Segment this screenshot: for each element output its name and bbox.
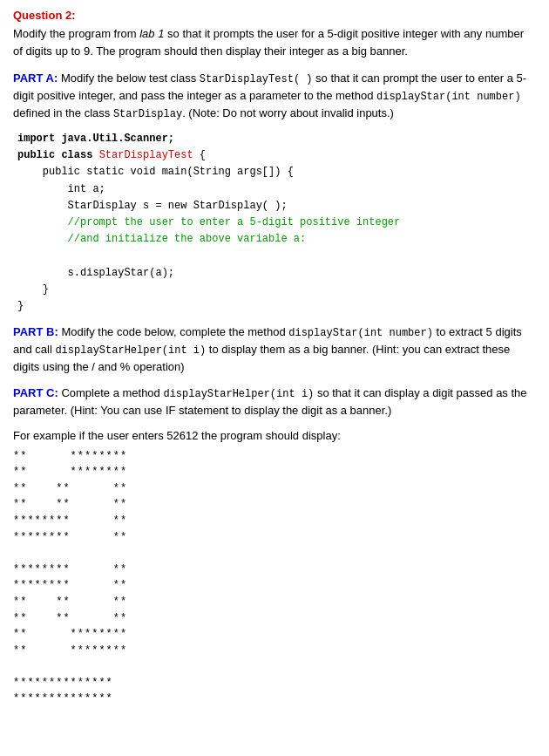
- part-b-block: PART B: Modify the code below, complete …: [13, 324, 536, 376]
- question-body: Modify the program from lab 1 so that it…: [13, 25, 536, 59]
- part-c-method: displayStarHelper(int i): [163, 388, 314, 400]
- part-c-label: PART C:: [13, 386, 58, 399]
- class2-inline: StarDisplay: [113, 108, 182, 120]
- part-a-label: PART A:: [13, 72, 58, 85]
- example-section: For example if the user enters 52612 the…: [13, 427, 536, 707]
- lab-italic: lab 1: [139, 27, 164, 40]
- part-a-block: PART A: Modify the below test class Star…: [13, 70, 536, 122]
- part-b-method2: displayStarHelper(int i): [55, 344, 206, 357]
- question-title: Question 2:: [13, 9, 536, 22]
- banner-display: ** ******** ** ******** ** ** ** ** ** *…: [13, 448, 536, 708]
- example-intro: For example if the user enters 52612 the…: [13, 427, 536, 445]
- class-name-inline: StarDisplayTest( ): [200, 73, 313, 85]
- part-b-method: displayStar(int number): [288, 327, 433, 339]
- part-c-block: PART C: Complete a method displayStarHel…: [13, 385, 536, 419]
- method1-inline: displayStar(int number): [376, 91, 521, 103]
- part-b-label: PART B:: [13, 325, 58, 338]
- code-block: import java.Util.Scanner; public class S…: [13, 131, 536, 315]
